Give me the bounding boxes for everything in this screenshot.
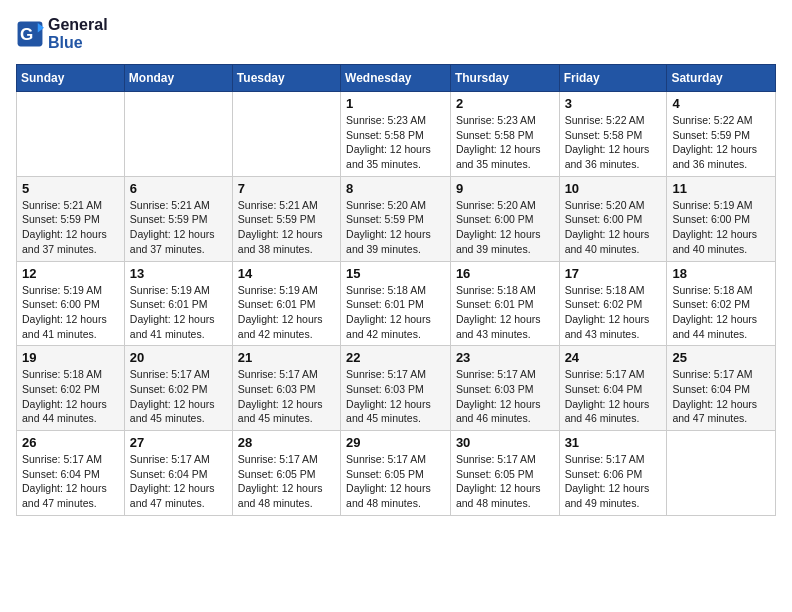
day-number: 11 [672,181,770,196]
day-number: 17 [565,266,662,281]
calendar-cell: 29Sunrise: 5:17 AMSunset: 6:05 PMDayligh… [341,431,451,516]
day-number: 24 [565,350,662,365]
weekday-header-friday: Friday [559,65,667,92]
day-number: 25 [672,350,770,365]
day-number: 22 [346,350,445,365]
day-info: Sunrise: 5:23 AMSunset: 5:58 PMDaylight:… [346,113,445,172]
weekday-header-monday: Monday [124,65,232,92]
calendar-cell [17,92,125,177]
calendar-cell: 6Sunrise: 5:21 AMSunset: 5:59 PMDaylight… [124,176,232,261]
day-info: Sunrise: 5:17 AMSunset: 6:05 PMDaylight:… [456,452,554,511]
calendar-cell: 18Sunrise: 5:18 AMSunset: 6:02 PMDayligh… [667,261,776,346]
day-number: 21 [238,350,335,365]
calendar-cell: 19Sunrise: 5:18 AMSunset: 6:02 PMDayligh… [17,346,125,431]
day-info: Sunrise: 5:17 AMSunset: 6:02 PMDaylight:… [130,367,227,426]
logo-text: General Blue [48,16,108,52]
calendar-cell: 26Sunrise: 5:17 AMSunset: 6:04 PMDayligh… [17,431,125,516]
day-info: Sunrise: 5:19 AMSunset: 6:00 PMDaylight:… [22,283,119,342]
day-number: 20 [130,350,227,365]
calendar-cell [232,92,340,177]
calendar-cell: 14Sunrise: 5:19 AMSunset: 6:01 PMDayligh… [232,261,340,346]
calendar-cell [124,92,232,177]
day-info: Sunrise: 5:22 AMSunset: 5:58 PMDaylight:… [565,113,662,172]
weekday-header-row: SundayMondayTuesdayWednesdayThursdayFrid… [17,65,776,92]
day-info: Sunrise: 5:20 AMSunset: 6:00 PMDaylight:… [565,198,662,257]
weekday-header-sunday: Sunday [17,65,125,92]
day-number: 3 [565,96,662,111]
day-info: Sunrise: 5:22 AMSunset: 5:59 PMDaylight:… [672,113,770,172]
calendar-cell: 27Sunrise: 5:17 AMSunset: 6:04 PMDayligh… [124,431,232,516]
calendar-cell: 23Sunrise: 5:17 AMSunset: 6:03 PMDayligh… [450,346,559,431]
calendar-week-row: 5Sunrise: 5:21 AMSunset: 5:59 PMDaylight… [17,176,776,261]
day-info: Sunrise: 5:21 AMSunset: 5:59 PMDaylight:… [130,198,227,257]
calendar-cell: 3Sunrise: 5:22 AMSunset: 5:58 PMDaylight… [559,92,667,177]
day-info: Sunrise: 5:20 AMSunset: 5:59 PMDaylight:… [346,198,445,257]
day-number: 1 [346,96,445,111]
calendar-cell: 7Sunrise: 5:21 AMSunset: 5:59 PMDaylight… [232,176,340,261]
day-number: 4 [672,96,770,111]
day-number: 14 [238,266,335,281]
day-info: Sunrise: 5:17 AMSunset: 6:04 PMDaylight:… [672,367,770,426]
day-number: 30 [456,435,554,450]
calendar-cell: 21Sunrise: 5:17 AMSunset: 6:03 PMDayligh… [232,346,340,431]
calendar-cell: 9Sunrise: 5:20 AMSunset: 6:00 PMDaylight… [450,176,559,261]
calendar-cell: 20Sunrise: 5:17 AMSunset: 6:02 PMDayligh… [124,346,232,431]
day-info: Sunrise: 5:17 AMSunset: 6:03 PMDaylight:… [238,367,335,426]
calendar-cell: 1Sunrise: 5:23 AMSunset: 5:58 PMDaylight… [341,92,451,177]
logo-icon: G [16,20,44,48]
weekday-header-saturday: Saturday [667,65,776,92]
calendar-cell: 28Sunrise: 5:17 AMSunset: 6:05 PMDayligh… [232,431,340,516]
day-number: 27 [130,435,227,450]
day-info: Sunrise: 5:17 AMSunset: 6:04 PMDaylight:… [565,367,662,426]
day-info: Sunrise: 5:18 AMSunset: 6:02 PMDaylight:… [672,283,770,342]
day-number: 23 [456,350,554,365]
calendar-cell: 5Sunrise: 5:21 AMSunset: 5:59 PMDaylight… [17,176,125,261]
day-info: Sunrise: 5:17 AMSunset: 6:04 PMDaylight:… [130,452,227,511]
calendar-table: SundayMondayTuesdayWednesdayThursdayFrid… [16,64,776,516]
day-number: 15 [346,266,445,281]
calendar-cell: 15Sunrise: 5:18 AMSunset: 6:01 PMDayligh… [341,261,451,346]
calendar-cell: 30Sunrise: 5:17 AMSunset: 6:05 PMDayligh… [450,431,559,516]
day-info: Sunrise: 5:17 AMSunset: 6:03 PMDaylight:… [456,367,554,426]
calendar-cell: 12Sunrise: 5:19 AMSunset: 6:00 PMDayligh… [17,261,125,346]
day-info: Sunrise: 5:21 AMSunset: 5:59 PMDaylight:… [238,198,335,257]
day-number: 16 [456,266,554,281]
day-info: Sunrise: 5:17 AMSunset: 6:05 PMDaylight:… [238,452,335,511]
day-number: 12 [22,266,119,281]
day-info: Sunrise: 5:18 AMSunset: 6:02 PMDaylight:… [22,367,119,426]
day-number: 7 [238,181,335,196]
weekday-header-wednesday: Wednesday [341,65,451,92]
calendar-cell: 31Sunrise: 5:17 AMSunset: 6:06 PMDayligh… [559,431,667,516]
calendar-cell [667,431,776,516]
calendar-cell: 2Sunrise: 5:23 AMSunset: 5:58 PMDaylight… [450,92,559,177]
day-number: 31 [565,435,662,450]
day-info: Sunrise: 5:19 AMSunset: 6:00 PMDaylight:… [672,198,770,257]
day-info: Sunrise: 5:19 AMSunset: 6:01 PMDaylight:… [130,283,227,342]
calendar-cell: 22Sunrise: 5:17 AMSunset: 6:03 PMDayligh… [341,346,451,431]
day-number: 19 [22,350,119,365]
calendar-week-row: 1Sunrise: 5:23 AMSunset: 5:58 PMDaylight… [17,92,776,177]
day-info: Sunrise: 5:23 AMSunset: 5:58 PMDaylight:… [456,113,554,172]
day-number: 10 [565,181,662,196]
day-info: Sunrise: 5:19 AMSunset: 6:01 PMDaylight:… [238,283,335,342]
day-info: Sunrise: 5:17 AMSunset: 6:04 PMDaylight:… [22,452,119,511]
page-header: G General Blue [16,16,776,52]
calendar-cell: 24Sunrise: 5:17 AMSunset: 6:04 PMDayligh… [559,346,667,431]
weekday-header-thursday: Thursday [450,65,559,92]
day-number: 8 [346,181,445,196]
day-number: 29 [346,435,445,450]
day-info: Sunrise: 5:21 AMSunset: 5:59 PMDaylight:… [22,198,119,257]
calendar-cell: 10Sunrise: 5:20 AMSunset: 6:00 PMDayligh… [559,176,667,261]
day-info: Sunrise: 5:18 AMSunset: 6:01 PMDaylight:… [456,283,554,342]
day-number: 26 [22,435,119,450]
day-info: Sunrise: 5:17 AMSunset: 6:06 PMDaylight:… [565,452,662,511]
calendar-cell: 13Sunrise: 5:19 AMSunset: 6:01 PMDayligh… [124,261,232,346]
day-number: 28 [238,435,335,450]
calendar-week-row: 12Sunrise: 5:19 AMSunset: 6:00 PMDayligh… [17,261,776,346]
day-number: 13 [130,266,227,281]
day-number: 9 [456,181,554,196]
calendar-week-row: 19Sunrise: 5:18 AMSunset: 6:02 PMDayligh… [17,346,776,431]
calendar-cell: 4Sunrise: 5:22 AMSunset: 5:59 PMDaylight… [667,92,776,177]
day-number: 6 [130,181,227,196]
day-number: 2 [456,96,554,111]
